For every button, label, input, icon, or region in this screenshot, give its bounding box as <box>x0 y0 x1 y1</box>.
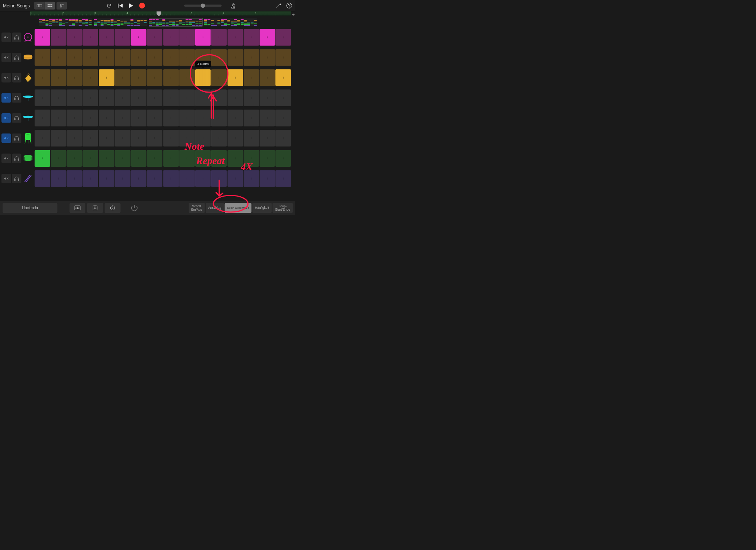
step-cell[interactable] <box>147 29 162 46</box>
step-cell[interactable] <box>163 49 179 66</box>
step-cell[interactable] <box>66 49 82 66</box>
step-cell[interactable] <box>115 29 130 46</box>
step-cell[interactable] <box>227 130 243 146</box>
step-cell[interactable] <box>244 130 259 146</box>
mode-tab[interactable]: Häufigkeit <box>252 203 272 213</box>
step-cell[interactable] <box>260 110 275 126</box>
undo-button[interactable] <box>106 3 112 8</box>
step-cell[interactable] <box>83 69 98 86</box>
step-cell[interactable] <box>66 110 82 126</box>
step-cell[interactable] <box>244 110 259 126</box>
step-cell[interactable] <box>211 90 227 106</box>
playhead[interactable] <box>156 11 162 17</box>
step-cell[interactable] <box>99 170 114 187</box>
step-cell[interactable] <box>35 29 50 46</box>
pattern-3[interactable] <box>149 18 202 26</box>
step-cell[interactable] <box>227 29 243 46</box>
step-cell[interactable] <box>131 90 146 106</box>
step-cell[interactable] <box>35 49 50 66</box>
help-button[interactable] <box>286 3 292 9</box>
pattern-1[interactable] <box>39 18 92 26</box>
step-cell[interactable] <box>179 150 195 167</box>
step-cell[interactable] <box>275 69 291 86</box>
view-grid-button[interactable] <box>45 2 55 10</box>
step-cell[interactable] <box>99 69 114 86</box>
cymbal-icon[interactable] <box>22 115 34 121</box>
pattern-button[interactable] <box>69 203 85 213</box>
step-cell[interactable] <box>51 90 66 106</box>
step-cell[interactable] <box>35 150 50 167</box>
step-cell[interactable] <box>147 69 162 86</box>
step-cell[interactable] <box>260 29 275 46</box>
step-cell[interactable] <box>66 69 82 86</box>
add-section-button[interactable]: + <box>292 12 295 17</box>
step-cell[interactable] <box>179 110 195 126</box>
step-cell[interactable] <box>83 170 98 187</box>
step-cell[interactable] <box>147 130 162 146</box>
step-cell[interactable] <box>163 90 179 106</box>
mute-button[interactable] <box>1 53 11 62</box>
mute-button[interactable] <box>1 134 11 143</box>
step-cell[interactable] <box>163 69 179 86</box>
mode-tab[interactable]: Anschlag <box>206 203 224 213</box>
step-cell[interactable] <box>211 29 227 46</box>
step-cell[interactable] <box>179 49 195 66</box>
step-cell[interactable] <box>115 150 130 167</box>
step-cell[interactable] <box>35 69 50 86</box>
mode-tab[interactable]: SchrittEin/Aus <box>189 203 205 213</box>
step-cell[interactable] <box>260 49 275 66</box>
step-cell[interactable] <box>131 130 146 146</box>
step-cell[interactable] <box>51 29 66 46</box>
step-cell[interactable] <box>275 170 291 187</box>
power-button[interactable] <box>130 203 139 212</box>
mixer-button[interactable] <box>56 2 67 10</box>
step-cell[interactable] <box>163 130 179 146</box>
step-cell[interactable] <box>163 170 179 187</box>
step-cell[interactable] <box>147 170 162 187</box>
my-songs-button[interactable]: Meine Songs <box>3 3 30 8</box>
step-cell[interactable] <box>275 130 291 146</box>
step-cell[interactable] <box>66 130 82 146</box>
step-cell[interactable] <box>99 49 114 66</box>
step-cell[interactable] <box>35 90 50 106</box>
step-cell[interactable] <box>163 110 179 126</box>
step-cell[interactable] <box>195 150 211 167</box>
step-cell[interactable] <box>83 110 98 126</box>
step-cell[interactable] <box>227 90 243 106</box>
headphones-button[interactable] <box>12 153 21 163</box>
step-cell[interactable] <box>99 110 114 126</box>
step-cell[interactable] <box>131 29 146 46</box>
step-cell[interactable] <box>227 49 243 66</box>
mute-button[interactable] <box>1 174 11 183</box>
step-cell[interactable] <box>244 150 259 167</box>
step-cell[interactable] <box>131 69 146 86</box>
step-cell[interactable] <box>115 110 130 126</box>
step-cell[interactable] <box>195 130 211 146</box>
step-cell[interactable] <box>83 49 98 66</box>
mute-button[interactable] <box>1 73 11 83</box>
step-cell[interactable] <box>227 110 243 126</box>
mute-button[interactable] <box>1 113 11 123</box>
step-cell[interactable] <box>35 110 50 126</box>
step-cell[interactable] <box>227 150 243 167</box>
headphones-button[interactable] <box>12 93 21 103</box>
step-cell[interactable] <box>227 170 243 187</box>
step-cell[interactable] <box>244 90 259 106</box>
step-cell[interactable] <box>163 150 179 167</box>
step-cell[interactable] <box>195 90 211 106</box>
step-cell[interactable] <box>244 29 259 46</box>
step-cell[interactable] <box>99 90 114 106</box>
step-cell[interactable] <box>131 49 146 66</box>
step-cell[interactable] <box>131 110 146 126</box>
step-cell[interactable] <box>244 170 259 187</box>
headphones-button[interactable] <box>12 53 21 62</box>
step-cell[interactable] <box>115 90 130 106</box>
cymbal-icon[interactable] <box>22 95 34 101</box>
step-cell[interactable] <box>260 170 275 187</box>
info-button[interactable] <box>105 203 121 213</box>
settings-button[interactable] <box>275 3 282 9</box>
step-cell[interactable] <box>83 130 98 146</box>
step-cell[interactable] <box>163 29 179 46</box>
floor-icon[interactable] <box>22 155 34 162</box>
metronome-button[interactable] <box>230 3 236 9</box>
